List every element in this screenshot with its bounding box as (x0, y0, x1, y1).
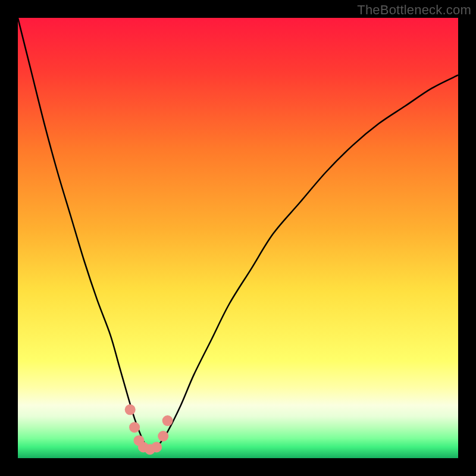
chart-frame: TheBottleneck.com (0, 0, 476, 476)
bottleneck-chart (18, 18, 458, 458)
highlight-point (158, 431, 168, 441)
highlight-point (125, 405, 136, 415)
plot-area (18, 18, 458, 458)
watermark-text: TheBottleneck.com (357, 2, 471, 18)
highlight-point (162, 415, 173, 426)
gradient-background (18, 18, 458, 458)
highlight-point (129, 422, 140, 433)
highlight-point (151, 442, 162, 453)
